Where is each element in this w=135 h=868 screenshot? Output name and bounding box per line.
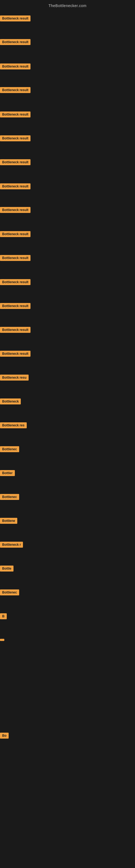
bottleneck-result-item: Bottleneck result bbox=[0, 63, 31, 69]
bottleneck-badge: Bottleneck result bbox=[0, 87, 31, 93]
bottleneck-badge: Bottleneck result bbox=[0, 39, 31, 45]
bottleneck-result-item: Bottleneck result bbox=[0, 279, 31, 285]
bottleneck-badge: Bottlenec bbox=[0, 446, 19, 452]
bottleneck-result-item: Bottleneck result bbox=[0, 39, 31, 45]
bottleneck-result-item: Bottleneck result bbox=[0, 183, 31, 189]
bottleneck-badge: Bottleneck result bbox=[0, 183, 31, 189]
bottleneck-result-item: Bottle bbox=[0, 565, 13, 571]
bottleneck-result-item: Bottleneck result bbox=[0, 112, 31, 118]
bottleneck-result-item bbox=[0, 637, 4, 642]
bottleneck-badge: Bottleneck res bbox=[0, 422, 27, 428]
bottleneck-badge: Bottleneck result bbox=[0, 303, 31, 309]
bottleneck-badge: Bottlene bbox=[0, 518, 17, 524]
bottleneck-result-item: B bbox=[0, 613, 7, 619]
bottleneck-badge bbox=[0, 639, 4, 641]
bottleneck-result-item: Bottlenec bbox=[0, 494, 19, 500]
bottleneck-badge: Bo bbox=[0, 733, 9, 739]
bottleneck-result-item: Bottleneck bbox=[0, 399, 21, 404]
bottleneck-result-item: Bottleneck r bbox=[0, 542, 23, 548]
bottleneck-badge: Bottleneck result bbox=[0, 255, 31, 261]
bottleneck-result-item: Bottleneck resu bbox=[0, 375, 29, 380]
bottleneck-result-item: Bottleneck result bbox=[0, 87, 31, 93]
bottleneck-badge: Bottleneck result bbox=[0, 112, 31, 118]
bottleneck-badge: Bottleneck result bbox=[0, 135, 31, 141]
bottleneck-badge: Bottlenec bbox=[0, 589, 19, 595]
bottleneck-badge: Bottlenec bbox=[0, 494, 19, 500]
bottleneck-badge: Bottleneck result bbox=[0, 231, 31, 237]
bottleneck-result-item: Bottlenec bbox=[0, 446, 19, 452]
bottleneck-badge: Bottleneck result bbox=[0, 351, 31, 357]
bottleneck-badge: Bottler bbox=[0, 470, 15, 476]
bottleneck-badge: Bottleneck result bbox=[0, 159, 31, 165]
bottleneck-result-item: Bottlene bbox=[0, 518, 17, 524]
bottleneck-result-item: Bottleneck result bbox=[0, 351, 31, 357]
bottleneck-badge: Bottleneck r bbox=[0, 542, 23, 548]
bottleneck-result-item: Bo bbox=[0, 733, 9, 739]
bottleneck-result-item: Bottler bbox=[0, 470, 15, 476]
bottleneck-badge: Bottleneck result bbox=[0, 16, 31, 22]
bottleneck-result-item: Bottleneck result bbox=[0, 16, 31, 22]
bottleneck-result-item: Bottleneck result bbox=[0, 255, 31, 261]
bottleneck-result-item: Bottleneck result bbox=[0, 231, 31, 237]
bottleneck-result-item: Bottleneck result bbox=[0, 159, 31, 165]
bottleneck-result-item: Bottlenec bbox=[0, 589, 19, 595]
bottleneck-result-item: Bottleneck result bbox=[0, 303, 31, 309]
bottleneck-result-item: Bottleneck result bbox=[0, 207, 31, 213]
bottleneck-badge: Bottleneck result bbox=[0, 327, 31, 333]
bottleneck-badge: B bbox=[0, 613, 7, 619]
bottleneck-badge: Bottleneck result bbox=[0, 63, 31, 69]
bottleneck-result-item: Bottleneck result bbox=[0, 327, 31, 333]
bottleneck-badge: Bottleneck result bbox=[0, 207, 31, 213]
bottleneck-badge: Bottleneck resu bbox=[0, 375, 29, 380]
bottleneck-badge: Bottleneck bbox=[0, 399, 21, 404]
bottleneck-result-item: Bottleneck result bbox=[0, 135, 31, 141]
site-title: TheBottlenecker.com bbox=[0, 1, 135, 11]
bottleneck-badge: Bottle bbox=[0, 565, 13, 571]
bottleneck-result-item: Bottleneck res bbox=[0, 422, 27, 428]
bottleneck-badge: Bottleneck result bbox=[0, 279, 31, 285]
